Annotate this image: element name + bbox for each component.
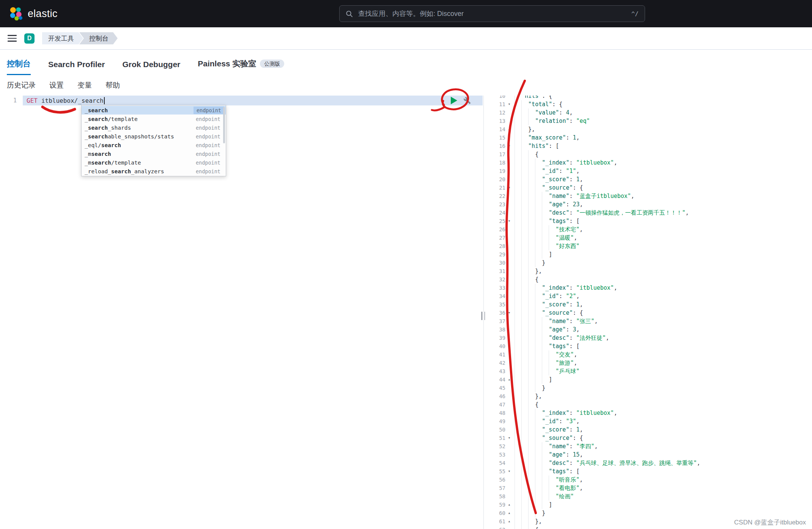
autocomplete-item[interactable]: _reload_search_analyzers endpoint	[82, 167, 226, 176]
fold-toggle-icon[interactable]	[505, 133, 513, 142]
fold-toggle-icon[interactable]: ▾	[505, 217, 513, 225]
fold-toggle-icon[interactable]	[505, 492, 513, 501]
fold-toggle-icon[interactable]	[505, 384, 513, 392]
autocomplete-item[interactable]: _search_shards endpoint	[82, 123, 226, 132]
fold-toggle-icon[interactable]	[505, 242, 513, 250]
breadcrumb: 开发工具 控制台	[42, 32, 118, 44]
fold-toggle-icon[interactable]: ▾	[505, 142, 513, 150]
global-search-box[interactable]: ^/	[339, 5, 645, 22]
search-icon	[346, 10, 353, 17]
fold-toggle-icon[interactable]	[505, 367, 513, 375]
fold-toggle-icon[interactable]	[505, 334, 513, 342]
response-line: 32 {	[485, 275, 812, 284]
fold-toggle-icon[interactable]	[505, 325, 513, 334]
breadcrumb-dev-tools[interactable]: 开发工具	[42, 32, 83, 44]
request-editor[interactable]: 1 GET itbluebox/_search	[0, 96, 483, 529]
autocomplete-label: _searchable_snapshots/stats	[85, 133, 196, 140]
fold-toggle-icon[interactable]	[505, 476, 513, 484]
send-request-button[interactable]	[451, 97, 457, 104]
fold-toggle-icon[interactable]	[505, 150, 513, 159]
fold-toggle-icon[interactable]	[505, 96, 513, 100]
fold-toggle-icon[interactable]: ▾	[505, 467, 513, 476]
line-number: 34	[485, 292, 505, 300]
tab-painless-lab[interactable]: Painless 实验室公测版	[198, 58, 284, 75]
tab-console[interactable]: 控制台	[7, 58, 31, 75]
fold-toggle-icon[interactable]	[505, 442, 513, 451]
fold-toggle-icon[interactable]	[505, 359, 513, 367]
fold-toggle-icon[interactable]	[505, 400, 513, 409]
deployment-badge[interactable]: D	[24, 33, 35, 44]
response-line-text: "_index": "itbluebox",	[515, 409, 812, 417]
fold-toggle-icon[interactable]	[505, 159, 513, 167]
fold-toggle-icon[interactable]	[505, 526, 513, 529]
fold-toggle-icon[interactable]	[505, 234, 513, 242]
response-line: 57 "看电影",	[485, 484, 812, 492]
fold-toggle-icon[interactable]	[505, 167, 513, 175]
tab-search-profiler[interactable]: Search Profiler	[48, 60, 105, 75]
fold-toggle-icon[interactable]: ▴	[505, 509, 513, 517]
response-line: 51 ▾ "_source": {	[485, 434, 812, 442]
fold-toggle-icon[interactable]	[505, 451, 513, 459]
response-line: 22 "name": "蓝盒子itbluebox",	[485, 192, 812, 200]
fold-toggle-icon[interactable]	[505, 284, 513, 292]
fold-toggle-icon[interactable]	[505, 250, 513, 259]
global-search-input[interactable]	[357, 9, 627, 18]
editor-active-line[interactable]: GET itbluebox/_search	[23, 96, 483, 105]
autocomplete-item[interactable]: _eql/search endpoint	[82, 141, 226, 149]
menu-variables[interactable]: 变量	[77, 80, 92, 90]
fold-toggle-icon[interactable]: ▾	[505, 184, 513, 192]
fold-toggle-icon[interactable]	[505, 417, 513, 425]
fold-toggle-icon[interactable]: ▾	[505, 100, 513, 108]
fold-toggle-icon[interactable]	[505, 392, 513, 400]
autocomplete-item[interactable]: _search/template endpoint	[82, 115, 226, 123]
autocomplete-item[interactable]: _msearch/template endpoint	[82, 158, 226, 167]
fold-toggle-icon[interactable]	[505, 225, 513, 234]
response-line: 39 "desc": "法外狂徒",	[485, 334, 812, 342]
fold-toggle-icon[interactable]	[505, 267, 513, 275]
tab-grok-debugger[interactable]: Grok Debugger	[122, 60, 180, 75]
fold-toggle-icon[interactable]	[505, 317, 513, 325]
response-line: 34 "_id": "2",	[485, 292, 812, 300]
fold-toggle-icon[interactable]	[505, 275, 513, 284]
fold-toggle-icon[interactable]: ▾	[505, 342, 513, 350]
fold-toggle-icon[interactable]: ▾	[505, 309, 513, 317]
fold-toggle-icon[interactable]: ▴	[505, 125, 513, 133]
line-number: 28	[485, 242, 505, 250]
fold-toggle-icon[interactable]	[505, 459, 513, 467]
menu-hamburger-icon[interactable]	[8, 35, 17, 42]
menu-history[interactable]: 历史记录	[7, 80, 36, 90]
autocomplete-item[interactable]: _searchable_snapshots/stats endpoint	[82, 132, 226, 141]
line-number: 49	[485, 417, 505, 425]
http-method: GET	[27, 97, 38, 104]
fold-toggle-icon[interactable]	[505, 484, 513, 492]
editor-line-1[interactable]: 1 GET itbluebox/_search	[0, 96, 483, 105]
elastic-brand[interactable]: elastic	[8, 6, 58, 21]
response-line-text: "乒乓球"	[515, 367, 812, 375]
autocomplete-item[interactable]: _msearch endpoint	[82, 149, 226, 158]
response-line-text: "hits": {	[515, 96, 812, 100]
fold-toggle-icon[interactable]: ▴	[505, 375, 513, 384]
fold-toggle-icon[interactable]	[505, 200, 513, 209]
csdn-watermark: CSDN @蓝盒子itbluebox	[734, 518, 806, 527]
fold-toggle-icon[interactable]	[505, 209, 513, 217]
fold-toggle-icon[interactable]: ▴	[505, 517, 513, 526]
menu-help[interactable]: 帮助	[105, 80, 120, 90]
fold-toggle-icon[interactable]	[505, 117, 513, 125]
response-line: 53 "age": 15,	[485, 451, 812, 459]
fold-toggle-icon[interactable]	[505, 108, 513, 117]
request-options-wrench-icon[interactable]	[463, 97, 471, 104]
fold-toggle-icon[interactable]	[505, 292, 513, 300]
menu-settings[interactable]: 设置	[49, 80, 64, 90]
fold-toggle-icon[interactable]	[505, 259, 513, 267]
fold-toggle-icon[interactable]	[505, 425, 513, 434]
autocomplete-item[interactable]: _search endpoint	[82, 106, 226, 115]
fold-toggle-icon[interactable]	[505, 175, 513, 184]
line-number: 43	[485, 367, 505, 375]
fold-toggle-icon[interactable]	[505, 350, 513, 359]
fold-toggle-icon[interactable]	[505, 409, 513, 417]
fold-toggle-icon[interactable]	[505, 192, 513, 200]
fold-toggle-icon[interactable]: ▴	[505, 501, 513, 509]
response-line-text: "desc": "一顿操作猛如虎，一看工资两千五！！！",	[515, 209, 812, 217]
fold-toggle-icon[interactable]	[505, 300, 513, 309]
fold-toggle-icon[interactable]: ▾	[505, 434, 513, 442]
